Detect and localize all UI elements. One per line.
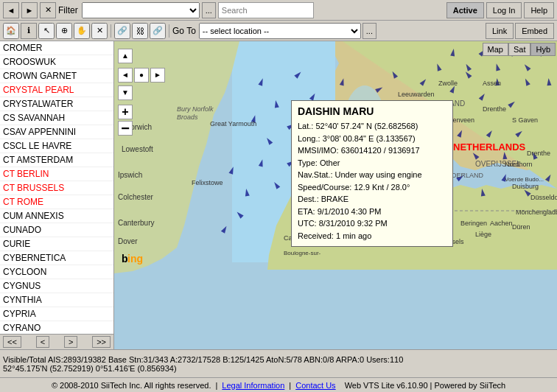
svg-text:S Gaven: S Gaven [512, 116, 538, 124]
filter-select[interactable] [82, 2, 200, 18]
sidebar-item[interactable]: CYPRIA [0, 307, 113, 321]
nav-back-button[interactable]: ◄ [3, 2, 19, 18]
popup-lat: Lat.: 52°40' 57.24" N (52.682568) [298, 120, 446, 133]
sidebar-list[interactable]: CROMERCROOSWUKCROWN GARNETCRYSTAL PEARLC… [0, 41, 113, 334]
cursor-button[interactable]: ↖ [38, 23, 55, 39]
contact-us-link[interactable]: Contact Us [295, 381, 335, 390]
popup-dest: Dest.: BRAKE [298, 193, 446, 206]
svg-text:Canterbury: Canterbury [118, 219, 154, 227]
sidebar-item[interactable]: CYBERNETICA [0, 251, 113, 265]
sidebar-item[interactable]: CYRANO [0, 321, 113, 334]
svg-text:NETHERLANDS: NETHERLANDS [453, 141, 526, 153]
legal-info-link[interactable]: Legal Information [222, 381, 284, 390]
popup-eta: ETA: 9/1/2010 4:30 PM [298, 206, 446, 218]
separator-1 [111, 24, 111, 38]
sidebar-item[interactable]: CSAV APPENNINI [0, 125, 113, 139]
close-button2[interactable]: ✕ [91, 23, 108, 39]
popup-received: Received: 1 min ago [298, 230, 446, 242]
svg-text:Nordhorn: Nordhorn [505, 161, 533, 168]
pan-up-button[interactable]: ▲ [118, 49, 133, 63]
nav-prev-button[interactable]: < [36, 336, 49, 348]
status-bar: Visible/Total AIS:2893/19382 Base Stn:31… [0, 349, 557, 377]
link-button[interactable]: Link [486, 23, 514, 39]
svg-text:Drenthe: Drenthe [527, 150, 550, 157]
status-row2: 52°45.175'N (52.752919) 0°51.416'E (0.85… [3, 364, 554, 373]
sidebar-item[interactable]: CURIE [0, 237, 113, 251]
map-controls: ▲ ◄ ● ► ▼ + − [118, 49, 165, 137]
svg-text:Great Yarmouth: Great Yarmouth [210, 120, 256, 127]
svg-text:Felixstowe: Felixstowe [192, 179, 223, 186]
nav-forward-button[interactable]: ► [21, 2, 38, 18]
svg-text:Bury Norfolk: Bury Norfolk [177, 105, 214, 113]
pan-down-button[interactable]: ▼ [118, 85, 133, 100]
filter-dots-button[interactable]: ... [202, 2, 216, 18]
copyright-text: © 2008-2010 SiiTech Inc. All rights rese… [52, 381, 211, 390]
separator-2 [169, 24, 169, 38]
map-area[interactable]: Norwich Lowestoft Ipswich Colchester Can… [114, 41, 557, 349]
filter-label: Filter [58, 5, 78, 15]
sidebar-item[interactable]: CYGNUS [0, 279, 113, 293]
popup-mmsi: MMSI/IMO: 636014120 / 9136917 [298, 144, 446, 157]
chain-btn[interactable]: ⛓ [132, 23, 148, 39]
unlink-btn[interactable]: 🔗 [150, 23, 166, 39]
sidebar-item[interactable]: CT ROME [0, 195, 113, 209]
sidebar-item[interactable]: CS SAVANNAH [0, 111, 113, 125]
sidebar-item[interactable]: CROWN GARNET [0, 69, 113, 83]
map-type-sat-button[interactable]: Sat [508, 43, 531, 56]
link-icon-btn[interactable]: 🔗 [114, 23, 130, 39]
toolbar-top: ◄ ► ✕ Filter ... Active Log In Help [0, 0, 557, 21]
embed-button[interactable]: Embed [515, 23, 554, 39]
sidebar-item[interactable]: CT BRUSSELS [0, 181, 113, 195]
svg-text:Duisburg: Duisburg [512, 183, 539, 190]
center-button[interactable]: ● [134, 68, 149, 83]
nav-first-button[interactable]: << [3, 336, 21, 348]
status-row1: Visible/Total AIS:2893/19382 Base Stn:31… [3, 355, 554, 364]
nav-next-button[interactable]: > [64, 336, 77, 348]
nav-last-button[interactable]: >> [92, 336, 111, 348]
map-type-hyb-button[interactable]: Hyb [530, 43, 556, 56]
sidebar: CROMERCROOSWUKCROWN GARNETCRYSTAL PEARLC… [0, 41, 114, 349]
sidebar-item[interactable]: CROOSWUK [0, 55, 113, 69]
pan-button[interactable]: ✋ [74, 23, 90, 39]
toolbar-second: 🏠 ℹ ↖ ⊕ ✋ ✕ 🔗 ⛓ 🔗 Go To -- select locati… [0, 21, 557, 41]
sidebar-item[interactable]: CRYSTALWATER [0, 97, 113, 111]
home-button[interactable]: 🏠 [3, 23, 19, 39]
goto-label: Go To [172, 26, 196, 36]
pan-left-button[interactable]: ◄ [118, 68, 133, 83]
sidebar-item[interactable]: CUNADO [0, 223, 113, 237]
zoom-in-button[interactable]: + [118, 105, 133, 119]
map-type-map-button[interactable]: Map [483, 43, 508, 56]
pan-right-button[interactable]: ► [150, 68, 165, 83]
goto-dots-button[interactable]: ... [362, 23, 376, 39]
sidebar-item[interactable]: CUM ANNEXIS [0, 209, 113, 223]
sidebar-item[interactable]: CT BERLIN [0, 167, 113, 181]
sidebar-item[interactable]: CRYSTAL PEARL [0, 83, 113, 97]
svg-text:Düsseldorf: Düsseldorf [530, 194, 557, 201]
svg-text:Colchester: Colchester [118, 193, 153, 201]
zoom-out-button[interactable]: − [118, 121, 133, 136]
svg-text:Leeuwarden: Leeuwarden [398, 91, 435, 98]
map-type-buttons: Map Sat Hyb [483, 43, 556, 56]
main-content: CROMERCROOSWUKCROWN GARNETCRYSTAL PEARLC… [0, 41, 557, 349]
sidebar-item[interactable]: CYCLOON [0, 265, 113, 279]
svg-text:Dover: Dover [118, 237, 138, 245]
location-select[interactable]: -- select location -- [199, 23, 361, 39]
sidebar-item[interactable]: CSCL LE HAVRE [0, 139, 113, 153]
login-button[interactable]: Log In [486, 2, 522, 18]
help-button[interactable]: Help [524, 2, 554, 18]
popup-utc: UTC: 8/31/2010 9:32 PM [298, 217, 446, 230]
stop-button[interactable]: ✕ [40, 2, 56, 18]
ship-popup: DAISHIN MARU Lat.: 52°40' 57.24" N (52.6… [291, 100, 453, 247]
svg-text:Mönchengladbach: Mönchengladbach [516, 209, 557, 216]
popup-type: Type: Other [298, 157, 446, 169]
sidebar-item[interactable]: CT AMSTERDAM [0, 153, 113, 167]
active-button[interactable]: Active [446, 2, 484, 18]
select-button[interactable]: ⊕ [56, 23, 72, 39]
sidebar-nav: << < > >> [0, 334, 113, 349]
search-input[interactable] [218, 2, 314, 18]
sidebar-item[interactable]: CYNTHIA [0, 293, 113, 307]
svg-text:Drenthe: Drenthe [483, 105, 506, 113]
svg-text:Düren: Düren [512, 223, 530, 231]
info-button[interactable]: ℹ [21, 23, 37, 39]
sidebar-item[interactable]: CROMER [0, 41, 113, 55]
